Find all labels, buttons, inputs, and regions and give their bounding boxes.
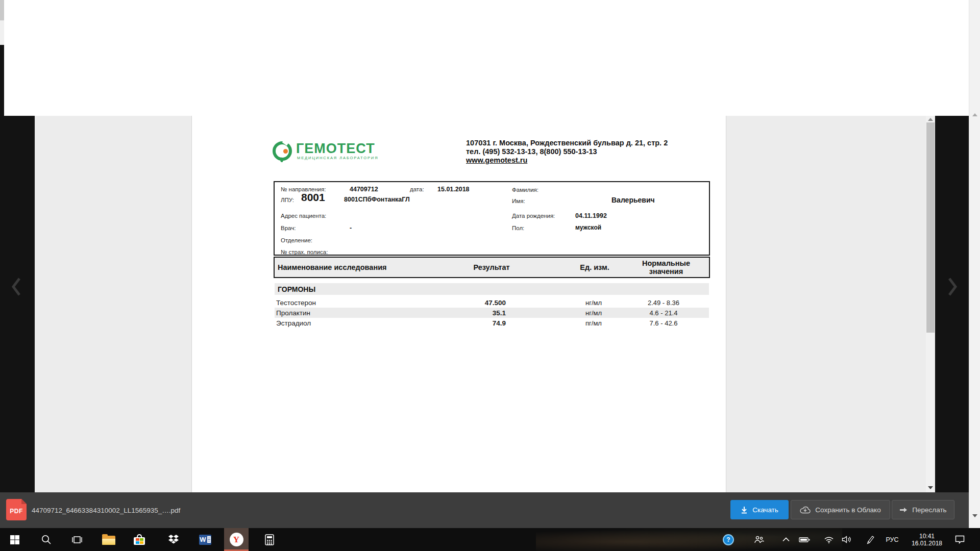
scroll-up-icon[interactable] — [972, 113, 977, 116]
save-to-cloud-button[interactable]: Сохранить в Облако — [791, 500, 890, 519]
table-row: Тестостерон 47.500 нг/мл 2.49 - 8.36 — [275, 297, 709, 308]
dropbox-icon — [167, 534, 180, 545]
word-button[interactable]: W — [193, 528, 217, 551]
people-tray-button[interactable] — [750, 528, 768, 551]
language-indicator[interactable]: РУС — [881, 528, 903, 551]
lab-name: ГЕМОТЕСТ — [296, 141, 378, 156]
dropbox-button[interactable] — [161, 528, 186, 551]
lab-website: www.gemotest.ru — [466, 156, 711, 165]
attachment-filename: 44709712_64663384310002_LL1565935_….pdf — [32, 492, 180, 528]
help-tray-button[interactable]: ? — [719, 528, 738, 551]
download-icon — [741, 506, 748, 514]
left-edge-scroll-cap — [0, 0, 4, 20]
birthdate-label: Дата рождения: — [512, 213, 555, 219]
lpu-label: ЛПУ: — [281, 197, 294, 203]
lpu-name: 8001СПбФонтанкаГЛ — [344, 196, 410, 203]
attachment-action-bar: PDF 44709712_64663384310002_LL1565935_….… — [0, 492, 969, 528]
analyte-result: 47.500 — [450, 299, 506, 307]
scroll-down-icon[interactable] — [928, 486, 933, 489]
battery-tray-button[interactable] — [795, 528, 814, 551]
yandex-browser-icon: Y — [230, 533, 243, 546]
search-icon — [41, 534, 52, 545]
analyte-result: 74.9 — [450, 319, 506, 327]
analyte-range: 2.49 - 8.36 — [628, 299, 699, 307]
cloud-download-icon — [800, 506, 811, 514]
calculator-icon — [265, 534, 274, 545]
department-label: Отделение: — [281, 237, 312, 243]
wifi-tray-button[interactable] — [820, 528, 838, 551]
file-explorer-icon — [102, 535, 115, 545]
gemotest-ring-icon — [273, 141, 292, 161]
date-value: 15.01.2018 — [437, 186, 470, 193]
analyte-range: 4.6 - 21.4 — [628, 309, 699, 317]
show-hidden-icons-button[interactable] — [777, 528, 795, 551]
results-section-row: ГОРМОНЫ — [275, 283, 709, 295]
scrollbar-thumb[interactable] — [926, 122, 935, 333]
lab-subtitle: МЕДИЦИНСКАЯ ЛАБОРАТОРИЯ — [297, 156, 378, 160]
browser-scrollbar[interactable] — [969, 0, 980, 528]
task-view-button[interactable] — [65, 528, 89, 551]
results-table-header: Наименование исследования Результат Ед. … — [274, 257, 710, 278]
task-view-icon — [71, 535, 83, 544]
windows-ink-button[interactable] — [861, 528, 879, 551]
pdf-file-type: PDF — [6, 508, 27, 515]
battery-icon — [799, 537, 810, 543]
column-header-result: Результат — [453, 263, 530, 271]
column-header-range: Нормальные значения — [630, 259, 702, 276]
calculator-button[interactable] — [257, 528, 282, 551]
file-explorer-button[interactable] — [96, 528, 121, 551]
results-section-title: ГОРМОНЫ — [278, 285, 315, 293]
action-center-button[interactable] — [950, 528, 969, 551]
chevron-right-icon[interactable] — [946, 277, 959, 296]
viewer-scrollbar[interactable] — [926, 116, 935, 492]
analyte-unit: нг/мл — [568, 299, 619, 307]
microsoft-store-button[interactable] — [127, 528, 152, 551]
download-button[interactable]: Скачать — [730, 500, 789, 519]
people-icon — [753, 535, 765, 544]
column-header-unit: Ед. изм. — [564, 263, 625, 271]
yandex-browser-button[interactable]: Y — [224, 528, 249, 551]
pdf-file-icon[interactable]: PDF — [6, 499, 27, 520]
windows-start-icon — [10, 535, 20, 545]
pen-icon — [866, 535, 875, 544]
lab-address-line2: тел. (495) 532-13-13, 8(800) 550-13-13 — [466, 147, 711, 156]
clock-date: 16.01.2018 — [912, 540, 942, 547]
forward-button[interactable]: Переслать — [892, 500, 954, 519]
taskbar-search-button[interactable] — [34, 528, 58, 551]
windows-start-button[interactable] — [3, 528, 27, 551]
clock-time: 10:41 — [919, 533, 935, 540]
wifi-icon — [824, 536, 834, 544]
lab-address-block: 107031 г. Москва, Рождественский бульвар… — [466, 139, 711, 165]
taskbar-clock[interactable]: 10:41 16.01.2018 — [905, 528, 948, 551]
volume-icon — [842, 536, 853, 543]
table-row: Пролактин 35.1 нг/мл 4.6 - 21.4 — [275, 308, 709, 318]
lpu-value: 8001 — [301, 191, 325, 204]
forward-label: Переслать — [912, 506, 946, 514]
analyte-range: 7.6 - 42.6 — [628, 319, 699, 327]
policy-label: № страх. полиса: — [281, 249, 328, 255]
patient-address-label: Адрес пациента: — [281, 213, 326, 219]
scroll-up-icon[interactable] — [928, 118, 933, 121]
microsoft-store-icon — [134, 534, 145, 545]
chevron-left-icon[interactable] — [10, 277, 22, 296]
analyte-name: Тестостерон — [276, 299, 316, 307]
analyte-unit: нг/мл — [568, 309, 619, 317]
language-label: РУС — [886, 536, 898, 543]
doctor-label: Врач: — [281, 225, 296, 231]
analyte-name: Эстрадиол — [276, 319, 311, 327]
referral-value: 44709712 — [350, 186, 378, 193]
download-label: Скачать — [752, 506, 778, 514]
firstname-label: Имя: — [512, 198, 525, 204]
birthdate-value: 04.11.1992 — [575, 212, 607, 219]
forward-arrow-icon — [899, 507, 908, 513]
date-label: дата: — [410, 186, 424, 192]
hidden-icons-chevron-icon — [782, 537, 790, 542]
lab-address-line1: 107031 г. Москва, Рождественский бульвар… — [466, 139, 711, 147]
table-row: Эстрадиол 74.9 пг/мл 7.6 - 42.6 — [275, 318, 709, 328]
scroll-down-icon[interactable] — [972, 514, 977, 517]
save-to-cloud-label: Сохранить в Облако — [815, 506, 880, 514]
lab-logo: ГЕМОТЕСТ МЕДИЦИНСКАЯ ЛАБОРАТОРИЯ — [273, 141, 378, 161]
word-icon: W — [199, 535, 211, 545]
help-icon: ? — [723, 534, 734, 545]
volume-tray-button[interactable] — [838, 528, 856, 551]
